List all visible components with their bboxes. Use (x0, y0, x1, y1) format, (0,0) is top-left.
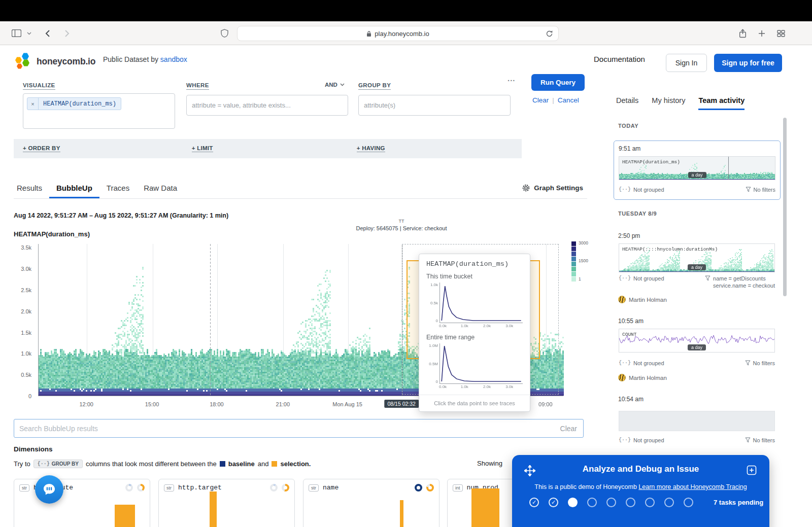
chart-title: HEATMAP(duration_ms) (14, 230, 90, 238)
dimension-card[interactable]: str name (303, 479, 439, 527)
chevron-down-icon[interactable] (25, 21, 32, 45)
query-thumbnail[interactable]: HEATMAP(duration_ms) a day (619, 156, 775, 180)
privacy-shield-icon[interactable] (219, 21, 229, 45)
activity-entry[interactable]: 9:51 am HEATMAP(duration_ms) a day {··}N… (614, 140, 781, 200)
cancel-link[interactable]: Cancel (558, 96, 579, 104)
results-tab-bar: Results BubbleUp Traces Raw Data Graph S… (14, 177, 587, 199)
tab-raw-data[interactable]: Raw Data (137, 177, 184, 198)
bubbleup-search-input[interactable] (14, 425, 560, 433)
entry-meta: {··}Not grouped name = getDiscounts serv… (619, 275, 775, 289)
group-by-input[interactable] (358, 95, 511, 116)
query-thumbnail[interactable]: HEATMAP(::::hnycolumn:durationMs) a day (619, 243, 775, 272)
query-thumbnail[interactable] (619, 411, 775, 431)
heatmap-legend: 3000 1500 1 (571, 241, 602, 287)
task-step-todo[interactable] (626, 498, 635, 507)
where-input[interactable] (186, 95, 348, 116)
tab-my-history[interactable]: My history (652, 96, 685, 110)
address-bar[interactable]: play.honeycomb.io (237, 26, 559, 41)
thumbnail-query-title: COUNT (622, 332, 637, 337)
y-tick: 0.5k (9, 372, 31, 378)
dimension-card[interactable]: str http.route (14, 479, 150, 527)
tab-traces[interactable]: Traces (99, 177, 137, 198)
showing-text: Showing (477, 460, 502, 467)
type-badge: str (309, 484, 319, 491)
duration-badge: a day (688, 264, 706, 270)
forward-button[interactable] (62, 21, 72, 45)
legend-swatch (571, 277, 576, 282)
limit-link[interactable]: + LIMIT (192, 145, 213, 152)
gear-icon (522, 184, 530, 192)
query-thumbnail[interactable]: COUNT a day (619, 329, 775, 353)
logo-text: honeycomb.io (37, 56, 95, 67)
share-icon[interactable] (737, 21, 748, 45)
task-step-todo[interactable] (664, 498, 674, 507)
legend-swatch (571, 247, 576, 251)
sign-in-button[interactable]: Sign In (666, 54, 707, 72)
selection-bar[interactable] (400, 500, 403, 527)
selection-bar[interactable] (471, 488, 499, 527)
remove-chip-icon[interactable]: × (27, 98, 39, 110)
baseline-swatch (220, 461, 225, 467)
tracing-link[interactable]: Learn more about Honeycomb Tracing (638, 483, 747, 490)
query-overflow-menu[interactable]: ... (507, 74, 516, 83)
dataset-link[interactable]: sandbox (160, 55, 187, 63)
selection-bar[interactable] (115, 505, 135, 527)
dataset-breadcrumb: Public Dataset by sandbox (103, 55, 187, 63)
type-badge: str (19, 484, 29, 491)
selection-donut (426, 484, 434, 491)
task-step-todo[interactable] (645, 498, 655, 507)
task-step-todo[interactable] (606, 498, 616, 507)
bee-avatar (618, 296, 626, 303)
task-step-todo[interactable] (684, 498, 693, 507)
dimension-name: name (323, 484, 415, 491)
tab-team-activity[interactable]: Team activity (698, 96, 745, 110)
honeycomb-logo-icon (15, 53, 32, 70)
tab-bubbleup[interactable]: BubbleUp (49, 177, 99, 198)
tasks-pending: 7 tasks pending (714, 499, 763, 506)
group-by-badge[interactable]: {··} GROUP BY (33, 460, 83, 468)
where-label: WHERE (186, 82, 209, 90)
deploy-annotation[interactable]: Deploy: 5645075 | Service: checkout (356, 225, 447, 231)
visualize-chip[interactable]: × HEATMAP(duration_ms) (27, 97, 121, 110)
dimension-card[interactable]: str http.target (158, 479, 295, 527)
sign-up-button[interactable]: Sign up for free (714, 54, 782, 72)
url-text: play.honeycomb.io (375, 30, 429, 38)
task-step-current[interactable] (568, 498, 578, 507)
expand-icon[interactable] (747, 465, 757, 477)
new-tab-icon[interactable] (757, 21, 767, 45)
filter-icon (746, 187, 751, 192)
y-tick: 3.0k (9, 266, 31, 272)
selection-bar[interactable] (210, 491, 217, 527)
baseline-donut (415, 484, 422, 491)
run-query-button[interactable]: Run Query (531, 74, 585, 91)
tab-details[interactable]: Details (616, 96, 638, 110)
clause-bar: + ORDER BY + LIMIT + HAVING (14, 139, 522, 158)
where-join-dropdown[interactable]: AND (325, 82, 345, 88)
dimension-name: http.target (178, 484, 270, 491)
reload-icon[interactable] (546, 30, 553, 39)
clear-link[interactable]: Clear (532, 96, 549, 104)
type-badge: str (164, 484, 174, 491)
sidebar-toggle-icon[interactable] (10, 21, 22, 45)
task-step-todo[interactable] (587, 498, 597, 507)
tab-results[interactable]: Results (10, 177, 49, 198)
search-clear-button[interactable]: Clear (560, 425, 583, 433)
scrollbar[interactable] (783, 118, 787, 296)
activity-tab-bar: Details My history Team activity (616, 96, 745, 110)
task-step-done[interactable]: ✓ (529, 498, 539, 507)
entry-meta: {··}Not grouped No filters (619, 360, 775, 366)
honeycomb-logo[interactable]: honeycomb.io (15, 53, 95, 70)
order-by-link[interactable]: + ORDER BY (23, 145, 60, 152)
graph-settings-button[interactable]: Graph Settings (522, 177, 583, 199)
task-step-done[interactable]: ✓ (549, 498, 558, 507)
range-distribution-chart: 1.0M 0.5M 0 (426, 343, 523, 384)
chat-launcher[interactable] (35, 475, 63, 504)
documentation-link[interactable]: Documentation (594, 55, 645, 63)
filter-icon (745, 360, 751, 366)
visualize-box[interactable]: × HEATMAP(duration_ms) (23, 93, 175, 129)
bucket-distribution-chart: 1.0k 0.5k 0 (426, 283, 523, 323)
back-button[interactable] (43, 21, 53, 45)
tab-overview-icon[interactable] (775, 21, 787, 45)
having-link[interactable]: + HAVING (357, 145, 385, 152)
legend-swatch (571, 252, 576, 256)
